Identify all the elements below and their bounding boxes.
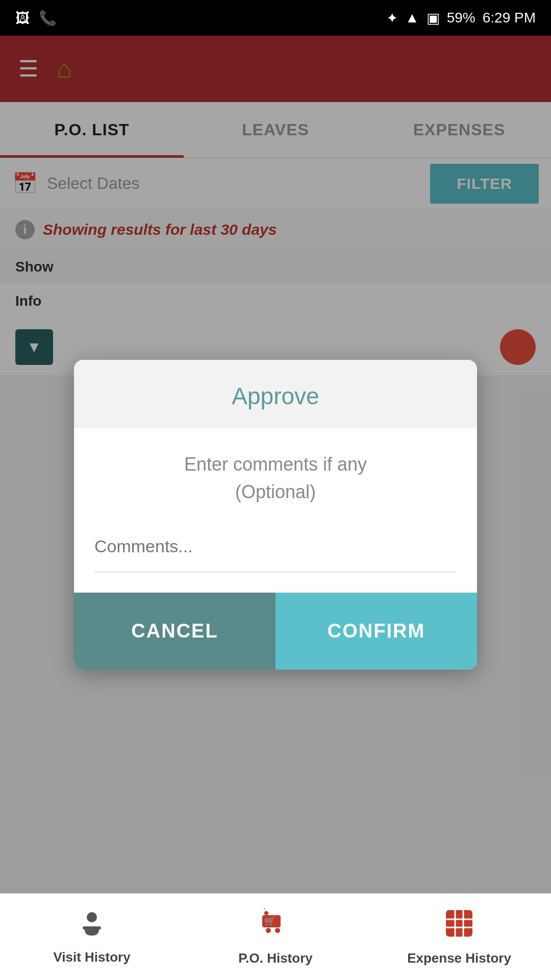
sim-icon: ▣: [427, 10, 440, 27]
expense-history-label: Expense History: [407, 950, 511, 966]
svg-rect-8: [446, 910, 472, 937]
bottom-nav: Visit History + 🛒 P.O. History: [0, 893, 551, 980]
dialog-title-area: Approve: [74, 360, 477, 428]
bottom-nav-po-history[interactable]: + 🛒 P.O. History: [184, 908, 367, 966]
svg-text:+: +: [263, 908, 266, 911]
status-bar: 🖼 📞 ✦ ▲ ▣ 59% 6:29 PM: [0, 0, 551, 36]
clock: 6:29 PM: [483, 10, 536, 26]
svg-rect-1: [83, 926, 101, 929]
svg-point-2: [264, 911, 268, 915]
bluetooth-icon: ✦: [386, 10, 398, 27]
approve-dialog: Approve Enter comments if any(Optional) …: [74, 360, 477, 670]
bottom-nav-visit-history[interactable]: Visit History: [0, 909, 184, 965]
confirm-button[interactable]: CONFIRM: [276, 593, 477, 670]
gallery-icon: 🖼: [15, 10, 30, 27]
svg-text:🛒: 🛒: [264, 916, 276, 927]
bottom-nav-expense-history[interactable]: Expense History: [367, 908, 551, 966]
expense-history-icon: [444, 908, 474, 945]
dialog-body: Enter comments if any(Optional): [74, 428, 477, 593]
dialog-message: Enter comments if any(Optional): [94, 451, 457, 506]
po-history-label: P.O. History: [238, 950, 312, 966]
svg-point-6: [275, 928, 280, 933]
visit-history-label: Visit History: [53, 949, 130, 965]
comments-input[interactable]: [94, 531, 457, 561]
phone-icon: 📞: [39, 10, 57, 27]
visit-history-icon: [78, 909, 106, 944]
dialog-buttons: CANCEL CONFIRM: [74, 593, 477, 670]
dialog-title: Approve: [232, 383, 319, 409]
svg-point-5: [266, 928, 271, 933]
po-history-icon: + 🛒: [260, 908, 291, 945]
cancel-button[interactable]: CANCEL: [74, 593, 276, 670]
svg-point-0: [87, 912, 97, 922]
wifi-icon: ▲: [405, 10, 419, 26]
battery-level: 59%: [447, 10, 475, 26]
dialog-input-area[interactable]: [94, 531, 457, 572]
